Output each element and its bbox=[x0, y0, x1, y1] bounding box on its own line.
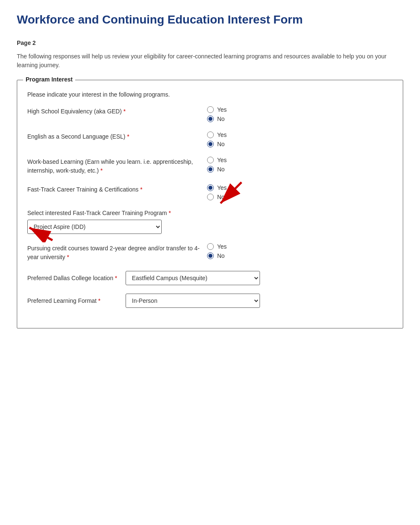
fasttrack-block: Fast-Track Career Training & Certificati… bbox=[27, 184, 393, 200]
intro-text: The following responses will help us rev… bbox=[17, 52, 403, 70]
credit-yes-label: Yes bbox=[217, 243, 227, 250]
fasttrack-yes-option[interactable]: Yes bbox=[207, 184, 227, 191]
credit-radio-group: Yes No bbox=[207, 243, 227, 259]
workbased-label: Work-based Learning (Earn while you lear… bbox=[27, 157, 204, 175]
esl-no-label: No bbox=[217, 141, 225, 147]
credit-question: Pursuing credit courses toward 2-year de… bbox=[27, 243, 393, 262]
fasttrack-no-radio[interactable] bbox=[207, 194, 214, 200]
credit-required-star: * bbox=[67, 254, 69, 260]
workbased-yes-option[interactable]: Yes bbox=[207, 157, 227, 163]
workbased-required-star: * bbox=[100, 167, 102, 174]
fasttrack-no-label: No bbox=[217, 194, 225, 200]
ged-yes-radio[interactable] bbox=[207, 106, 214, 113]
location-row: Preferred Dallas College location * East… bbox=[27, 271, 393, 285]
credit-no-label: No bbox=[217, 252, 225, 259]
ged-label: High School Equivalency (aka GED) * bbox=[27, 106, 204, 116]
esl-question: English as a Second Language (ESL) * Yes… bbox=[27, 131, 393, 147]
credit-yes-radio[interactable] bbox=[207, 243, 214, 250]
page-title: Workforce and Continuing Education Inter… bbox=[17, 13, 403, 27]
location-select[interactable]: Eastfield Campus (Mesquite) El Centro Ca… bbox=[126, 271, 260, 285]
workbased-no-option[interactable]: No bbox=[207, 166, 227, 173]
format-required-star: * bbox=[98, 297, 100, 304]
page-number: Page 2 bbox=[17, 39, 403, 46]
fasttrack-question: Fast-Track Career Training & Certificati… bbox=[27, 184, 393, 200]
fasttrack-dropdown-block: Select interested Fast-Track Career Trai… bbox=[27, 210, 393, 234]
fasttrack-yes-radio[interactable] bbox=[207, 184, 214, 191]
ged-no-option[interactable]: No bbox=[207, 116, 227, 122]
section-legend: Program Interest bbox=[23, 76, 75, 83]
ged-yes-option[interactable]: Yes bbox=[207, 106, 227, 113]
program-interest-section: Program Interest Please indicate your in… bbox=[17, 80, 403, 328]
fasttrack-radio-group: Yes No bbox=[207, 184, 227, 200]
fasttrack-dropdown-required-star: * bbox=[168, 210, 171, 216]
fasttrack-program-select[interactable]: Project Aspire (IDD) Other Program A Oth… bbox=[27, 220, 162, 234]
section-instruction: Please indicate your interest in the fol… bbox=[27, 91, 393, 98]
workbased-yes-label: Yes bbox=[217, 157, 227, 163]
esl-radio-group: Yes No bbox=[207, 131, 227, 147]
esl-yes-label: Yes bbox=[217, 131, 227, 138]
credit-no-radio[interactable] bbox=[207, 252, 214, 259]
credit-yes-option[interactable]: Yes bbox=[207, 243, 227, 250]
workbased-question: Work-based Learning (Earn while you lear… bbox=[27, 157, 393, 175]
workbased-radio-group: Yes No bbox=[207, 157, 227, 173]
esl-no-radio[interactable] bbox=[207, 141, 214, 147]
ged-question: High School Equivalency (aka GED) * Yes … bbox=[27, 106, 393, 122]
credit-label: Pursuing credit courses toward 2-year de… bbox=[27, 243, 204, 262]
workbased-no-radio[interactable] bbox=[207, 166, 214, 173]
credit-no-option[interactable]: No bbox=[207, 252, 227, 259]
format-select[interactable]: In-Person Online Hybrid bbox=[126, 294, 260, 308]
esl-label: English as a Second Language (ESL) * bbox=[27, 131, 204, 141]
location-label: Preferred Dallas College location * bbox=[27, 275, 120, 281]
fasttrack-required-star: * bbox=[140, 186, 142, 193]
esl-yes-radio[interactable] bbox=[207, 131, 214, 138]
fasttrack-no-option[interactable]: No bbox=[207, 194, 227, 200]
format-label: Preferred Learning Format * bbox=[27, 297, 120, 304]
fasttrack-label: Fast-Track Career Training & Certificati… bbox=[27, 184, 204, 194]
ged-yes-label: Yes bbox=[217, 106, 227, 113]
ged-no-radio[interactable] bbox=[207, 116, 214, 122]
ged-required-star: * bbox=[123, 108, 126, 115]
format-row: Preferred Learning Format * In-Person On… bbox=[27, 294, 393, 308]
workbased-yes-radio[interactable] bbox=[207, 157, 214, 163]
ged-no-label: No bbox=[217, 116, 225, 122]
workbased-no-label: No bbox=[217, 166, 225, 173]
esl-yes-option[interactable]: Yes bbox=[207, 131, 227, 138]
fasttrack-yes-label: Yes bbox=[217, 184, 227, 191]
location-required-star: * bbox=[115, 275, 117, 281]
esl-no-option[interactable]: No bbox=[207, 141, 227, 147]
fasttrack-dropdown-label: Select interested Fast-Track Career Trai… bbox=[27, 210, 393, 216]
ged-radio-group: Yes No bbox=[207, 106, 227, 122]
esl-required-star: * bbox=[127, 133, 129, 140]
